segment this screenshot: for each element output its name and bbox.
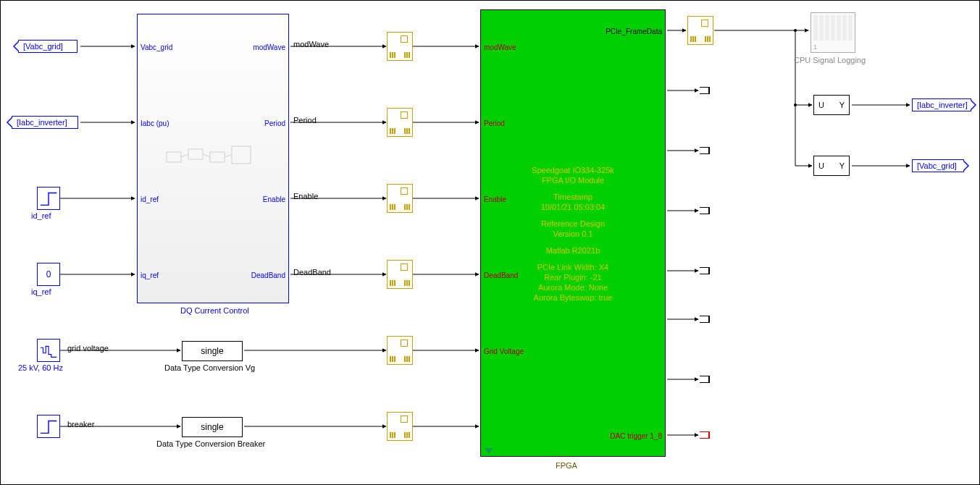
- dq-port-vabc: Vabc_grid: [141, 43, 172, 51]
- fpga-title: FPGA: [556, 461, 577, 470]
- rt-modwave[interactable]: [387, 32, 413, 61]
- id-ref-label: id_ref: [31, 211, 51, 220]
- svg-rect-36: [188, 149, 203, 159]
- rt-pcie-out[interactable]: [687, 16, 713, 45]
- svg-line-41: [225, 155, 232, 157]
- sig-modwave: modWave: [293, 40, 329, 48]
- terminator-4[interactable]: [700, 267, 710, 274]
- tag-label: [Iabc_inverter]: [917, 101, 968, 109]
- fpga-out-dac: DAC trigger 1_8: [610, 432, 662, 440]
- sig-deadband: DeadBand: [293, 268, 331, 277]
- const-iq-ref[interactable]: 0: [37, 263, 60, 286]
- fpga-l2: FPGA I/O Module: [481, 176, 665, 185]
- source-25kv[interactable]: [37, 339, 60, 362]
- tag-label: [Iabc_inverter]: [17, 118, 67, 127]
- step-breaker[interactable]: [37, 415, 60, 438]
- fpga-in-modwave: modWave: [484, 43, 516, 51]
- breaker-signal-label: breaker: [67, 420, 94, 429]
- fpga-block[interactable]: modWave Period Enable DeadBand Grid Volt…: [480, 9, 666, 457]
- dtc-vg-text: single: [201, 346, 223, 356]
- fpga-in-period: Period: [484, 119, 505, 127]
- tag-label: [Vabc_grid]: [917, 161, 957, 170]
- dq-port-idref: id_ref: [141, 195, 159, 203]
- fpga-out-pcie: PCIe_FrameData: [606, 28, 662, 35]
- const-value: 0: [46, 269, 51, 279]
- svg-rect-38: [232, 146, 251, 164]
- terminator-5[interactable]: [700, 316, 710, 323]
- fpga-l3: Timestamp: [481, 193, 665, 201]
- step-id-ref[interactable]: [37, 187, 60, 210]
- fpga-l10: Aurora Mode: None: [481, 283, 665, 292]
- svg-rect-37: [210, 152, 225, 162]
- dtc-breaker-label: Data Type Conversion Breaker: [156, 439, 265, 448]
- terminator-6[interactable]: [700, 376, 710, 383]
- dq-port-iabc: Iabc (pu): [141, 119, 169, 127]
- tag-label: [Vabc_grid]: [23, 42, 63, 51]
- rt-period[interactable]: [387, 108, 413, 137]
- scope-num: 1: [813, 43, 817, 51]
- dtc-breaker-text: single: [201, 422, 223, 432]
- fpga-in-gridvoltage: Grid Voltage: [484, 347, 524, 355]
- source-25kv-label: 25 kV, 60 Hz: [18, 363, 63, 372]
- fpga-l5: Reference Design: [481, 219, 665, 228]
- fpga-l1: Speedgoat IO334-325k: [481, 166, 665, 174]
- u-label: U: [818, 101, 824, 109]
- fpga-l8: PCIe Link Width: X4: [481, 263, 665, 271]
- iq-ref-label: iq_ref: [31, 287, 51, 296]
- y-label: Y: [839, 161, 845, 170]
- cpu-logging-label: CPU Signal Logging: [794, 56, 866, 64]
- svg-line-40: [203, 154, 210, 157]
- svg-rect-35: [167, 152, 181, 162]
- y-label: Y: [839, 101, 845, 109]
- sig-enable: Enable: [293, 192, 318, 201]
- dq-port-iqref: iq_ref: [141, 271, 159, 279]
- action-arrow-icon: [485, 448, 493, 454]
- scope-cpu-logging[interactable]: 1: [811, 12, 855, 53]
- fpga-l11: Aurora Byteswap: true: [481, 293, 665, 302]
- terminator-1[interactable]: [700, 87, 710, 94]
- goto-vabc-grid[interactable]: [Vabc_grid]: [912, 159, 964, 172]
- fpga-l4: 10/01/21 05:03:04: [481, 203, 665, 211]
- fpga-l7: Matlab R2021b: [481, 246, 665, 255]
- dtc-vg-label: Data Type Conversion Vg: [164, 363, 255, 372]
- rt-breaker[interactable]: [387, 412, 413, 441]
- simulink-canvas[interactable]: [Vabc_grid] [Iabc_inverter] id_ref 0 iq_…: [0, 0, 980, 485]
- dtc-vg-block[interactable]: single: [182, 341, 243, 361]
- fpga-l6: Version 0.1: [481, 229, 665, 238]
- svg-point-23: [794, 104, 797, 106]
- terminator-3[interactable]: [700, 207, 710, 214]
- dq-port-deadband: DeadBand: [251, 271, 285, 279]
- goto-iabc-inverter[interactable]: [Iabc_inverter]: [912, 98, 971, 111]
- rt-enable[interactable]: [387, 184, 413, 213]
- sig-period: Period: [293, 116, 317, 125]
- selector-1[interactable]: U Y: [813, 95, 850, 115]
- grid-voltage-signal-label: grid voltage: [67, 344, 109, 353]
- dtc-breaker-block[interactable]: single: [182, 417, 243, 437]
- from-iabc-inverter[interactable]: [Iabc_inverter]: [12, 116, 78, 129]
- dq-port-modwave: modWave: [253, 43, 285, 51]
- rt-gridvoltage[interactable]: [387, 336, 413, 365]
- dq-port-enable: Enable: [263, 195, 285, 203]
- dq-title: DQ Current Control: [180, 306, 249, 315]
- svg-line-39: [181, 154, 188, 157]
- fpga-l9: Rear Plugin: -21: [481, 273, 665, 282]
- dq-port-period: Period: [264, 119, 285, 127]
- dq-current-control-block[interactable]: Vabc_grid Iabc (pu) id_ref iq_ref modWav…: [137, 14, 289, 303]
- u-label: U: [818, 161, 824, 170]
- from-vabc-grid[interactable]: [Vabc_grid]: [18, 40, 78, 53]
- terminator-2[interactable]: [700, 147, 710, 154]
- dq-internal-preview: [159, 145, 268, 181]
- rt-deadband[interactable]: [387, 260, 413, 289]
- svg-point-20: [794, 29, 797, 32]
- terminator-dac[interactable]: [700, 431, 710, 439]
- selector-2[interactable]: U Y: [813, 156, 850, 176]
